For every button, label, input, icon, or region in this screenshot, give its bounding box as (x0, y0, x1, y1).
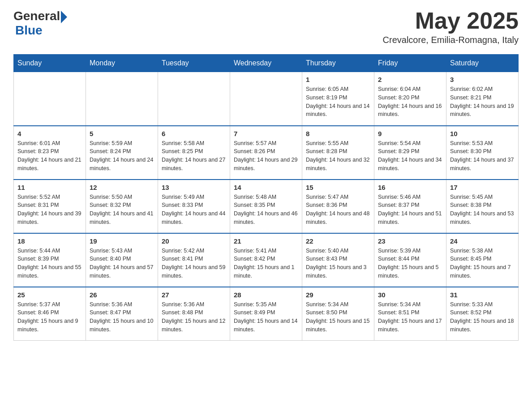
calendar-cell: 19Sunrise: 5:43 AMSunset: 8:40 PMDayligh… (86, 233, 158, 287)
day-info: Sunrise: 5:54 AMSunset: 8:29 PMDaylight:… (378, 139, 442, 173)
day-info: Sunrise: 6:04 AMSunset: 8:20 PMDaylight:… (378, 85, 442, 119)
day-info: Sunrise: 5:58 AMSunset: 8:25 PMDaylight:… (162, 139, 226, 173)
day-number: 28 (234, 291, 298, 299)
day-number: 21 (234, 237, 298, 245)
day-info: Sunrise: 5:55 AMSunset: 8:28 PMDaylight:… (306, 139, 370, 173)
day-number: 10 (450, 130, 515, 137)
weekday-header-tuesday: Tuesday (158, 55, 230, 72)
day-number: 30 (378, 291, 442, 299)
logo: General Blue (13, 9, 67, 38)
day-number: 1 (306, 76, 370, 83)
day-info: Sunrise: 5:43 AMSunset: 8:40 PMDaylight:… (90, 247, 154, 280)
logo-blue-text: Blue (15, 23, 43, 38)
day-info: Sunrise: 5:48 AMSunset: 8:35 PMDaylight:… (234, 193, 298, 227)
day-number: 9 (378, 130, 442, 137)
day-info: Sunrise: 5:49 AMSunset: 8:33 PMDaylight:… (162, 193, 226, 227)
weekday-header-sunday: Sunday (14, 55, 86, 72)
calendar-cell: 22Sunrise: 5:40 AMSunset: 8:43 PMDayligh… (302, 233, 374, 287)
calendar-cell: 15Sunrise: 5:47 AMSunset: 8:36 PMDayligh… (302, 180, 374, 233)
logo-arrow-icon (61, 11, 67, 23)
day-info: Sunrise: 5:40 AMSunset: 8:43 PMDaylight:… (306, 247, 370, 280)
calendar-cell: 24Sunrise: 5:38 AMSunset: 8:45 PMDayligh… (446, 233, 519, 287)
weekday-header-monday: Monday (86, 55, 158, 72)
day-info: Sunrise: 6:02 AMSunset: 8:21 PMDaylight:… (450, 85, 515, 119)
day-info: Sunrise: 5:38 AMSunset: 8:45 PMDaylight:… (450, 247, 515, 280)
calendar-cell: 2Sunrise: 6:04 AMSunset: 8:20 PMDaylight… (374, 72, 446, 126)
day-info: Sunrise: 5:37 AMSunset: 8:46 PMDaylight:… (17, 300, 82, 334)
day-info: Sunrise: 5:39 AMSunset: 8:44 PMDaylight:… (378, 247, 442, 280)
calendar-cell: 27Sunrise: 5:36 AMSunset: 8:48 PMDayligh… (158, 287, 230, 341)
calendar-cell: 14Sunrise: 5:48 AMSunset: 8:35 PMDayligh… (230, 180, 302, 233)
day-info: Sunrise: 5:34 AMSunset: 8:51 PMDaylight:… (378, 300, 442, 334)
page-header: General Blue May 2025 Crevalcore, Emilia… (13, 9, 519, 45)
day-number: 18 (17, 237, 82, 245)
day-info: Sunrise: 5:44 AMSunset: 8:39 PMDaylight:… (17, 247, 82, 280)
day-info: Sunrise: 6:05 AMSunset: 8:19 PMDaylight:… (306, 85, 370, 119)
weekday-header-row: SundayMondayTuesdayWednesdayThursdayFrid… (14, 55, 519, 72)
day-number: 22 (306, 237, 370, 245)
calendar-cell: 8Sunrise: 5:55 AMSunset: 8:28 PMDaylight… (302, 126, 374, 180)
day-number: 13 (162, 184, 226, 191)
calendar-cell: 6Sunrise: 5:58 AMSunset: 8:25 PMDaylight… (158, 126, 230, 180)
calendar-cell: 20Sunrise: 5:42 AMSunset: 8:41 PMDayligh… (158, 233, 230, 287)
calendar-table: SundayMondayTuesdayWednesdayThursdayFrid… (13, 54, 519, 341)
weekday-header-thursday: Thursday (302, 55, 374, 72)
calendar-week-row: 4Sunrise: 6:01 AMSunset: 8:23 PMDaylight… (14, 126, 519, 180)
month-title: May 2025 (383, 9, 519, 32)
day-info: Sunrise: 5:46 AMSunset: 8:37 PMDaylight:… (378, 193, 442, 227)
logo-general-text: General (13, 9, 60, 23)
calendar-cell: 28Sunrise: 5:35 AMSunset: 8:49 PMDayligh… (230, 287, 302, 341)
day-number: 29 (306, 291, 370, 299)
calendar-week-row: 18Sunrise: 5:44 AMSunset: 8:39 PMDayligh… (14, 233, 519, 287)
day-info: Sunrise: 5:47 AMSunset: 8:36 PMDaylight:… (306, 193, 370, 227)
day-info: Sunrise: 5:57 AMSunset: 8:26 PMDaylight:… (234, 139, 298, 173)
day-number: 31 (450, 291, 515, 299)
calendar-cell: 21Sunrise: 5:41 AMSunset: 8:42 PMDayligh… (230, 233, 302, 287)
calendar-cell: 7Sunrise: 5:57 AMSunset: 8:26 PMDaylight… (230, 126, 302, 180)
weekday-header-friday: Friday (374, 55, 446, 72)
calendar-week-row: 11Sunrise: 5:52 AMSunset: 8:31 PMDayligh… (14, 180, 519, 233)
calendar-cell (158, 72, 230, 126)
day-number: 3 (450, 76, 515, 83)
day-info: Sunrise: 5:50 AMSunset: 8:32 PMDaylight:… (90, 193, 154, 227)
day-info: Sunrise: 5:35 AMSunset: 8:49 PMDaylight:… (234, 300, 298, 334)
calendar-cell: 25Sunrise: 5:37 AMSunset: 8:46 PMDayligh… (14, 287, 86, 341)
calendar-cell (86, 72, 158, 126)
day-number: 26 (90, 291, 154, 299)
day-info: Sunrise: 5:33 AMSunset: 8:52 PMDaylight:… (450, 300, 515, 334)
day-info: Sunrise: 5:34 AMSunset: 8:50 PMDaylight:… (306, 300, 370, 334)
day-info: Sunrise: 5:53 AMSunset: 8:30 PMDaylight:… (450, 139, 515, 173)
calendar-cell: 10Sunrise: 5:53 AMSunset: 8:30 PMDayligh… (446, 126, 519, 180)
calendar-cell: 9Sunrise: 5:54 AMSunset: 8:29 PMDaylight… (374, 126, 446, 180)
day-number: 25 (17, 291, 82, 299)
day-number: 11 (17, 184, 82, 191)
day-number: 15 (306, 184, 370, 191)
day-number: 8 (306, 130, 370, 137)
day-info: Sunrise: 5:41 AMSunset: 8:42 PMDaylight:… (234, 247, 298, 280)
day-number: 14 (234, 184, 298, 191)
day-number: 23 (378, 237, 442, 245)
calendar-cell: 29Sunrise: 5:34 AMSunset: 8:50 PMDayligh… (302, 287, 374, 341)
day-info: Sunrise: 5:52 AMSunset: 8:31 PMDaylight:… (17, 193, 82, 227)
calendar-cell: 16Sunrise: 5:46 AMSunset: 8:37 PMDayligh… (374, 180, 446, 233)
day-number: 12 (90, 184, 154, 191)
calendar-cell: 18Sunrise: 5:44 AMSunset: 8:39 PMDayligh… (14, 233, 86, 287)
day-number: 27 (162, 291, 226, 299)
calendar-cell: 30Sunrise: 5:34 AMSunset: 8:51 PMDayligh… (374, 287, 446, 341)
calendar-cell: 26Sunrise: 5:36 AMSunset: 8:47 PMDayligh… (86, 287, 158, 341)
location-text: Crevalcore, Emilia-Romagna, Italy (383, 35, 519, 45)
calendar-cell (230, 72, 302, 126)
calendar-cell: 31Sunrise: 5:33 AMSunset: 8:52 PMDayligh… (446, 287, 519, 341)
day-number: 4 (17, 130, 82, 137)
day-info: Sunrise: 5:36 AMSunset: 8:47 PMDaylight:… (90, 300, 154, 334)
calendar-week-row: 25Sunrise: 5:37 AMSunset: 8:46 PMDayligh… (14, 287, 519, 341)
day-number: 19 (90, 237, 154, 245)
day-number: 5 (90, 130, 154, 137)
day-info: Sunrise: 5:42 AMSunset: 8:41 PMDaylight:… (162, 247, 226, 280)
calendar-cell (14, 72, 86, 126)
day-number: 6 (162, 130, 226, 137)
calendar-week-row: 1Sunrise: 6:05 AMSunset: 8:19 PMDaylight… (14, 72, 519, 126)
calendar-cell: 13Sunrise: 5:49 AMSunset: 8:33 PMDayligh… (158, 180, 230, 233)
calendar-cell: 17Sunrise: 5:45 AMSunset: 8:38 PMDayligh… (446, 180, 519, 233)
day-number: 2 (378, 76, 442, 83)
